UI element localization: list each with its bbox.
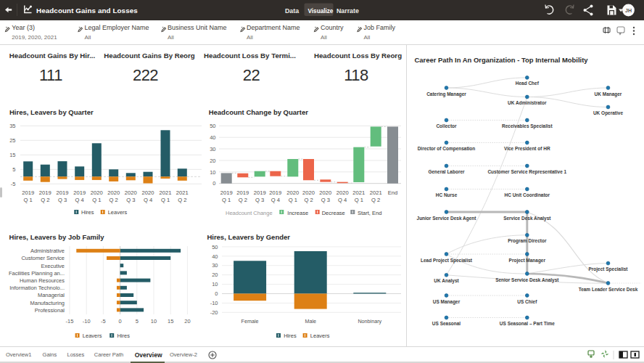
svg-text:Career Path In An Organization: Career Path In An Organization - Top Int… <box>415 56 589 64</box>
svg-text:20: 20 <box>184 318 190 325</box>
svg-text:UK Administrator: UK Administrator <box>508 99 546 106</box>
svg-text:Q 1: Q 1 <box>161 197 170 203</box>
svg-text:22: 22 <box>243 66 260 84</box>
svg-text:2021: 2021 <box>370 189 382 196</box>
svg-text:Q 1: Q 1 <box>222 197 231 203</box>
svg-text:2021: 2021 <box>352 189 365 196</box>
svg-text:Start, End: Start, End <box>358 210 381 216</box>
svg-text:UK Operative: UK Operative <box>593 110 624 116</box>
svg-text:2019: 2019 <box>254 189 266 196</box>
svg-text:0: 0 <box>119 318 122 325</box>
svg-text:5: 5 <box>12 166 15 173</box>
svg-text:Program Director: Program Director <box>508 237 546 244</box>
svg-text:Leavers: Leavers <box>310 333 330 339</box>
svg-text:2019: 2019 <box>73 189 86 196</box>
svg-text:Vice President of HR: Vice President of HR <box>504 145 550 152</box>
svg-text:Information Technolo...: Information Technolo... <box>9 285 65 291</box>
svg-text:Headcount Loss By Reorg: Headcount Loss By Reorg <box>314 52 402 60</box>
svg-text:2019: 2019 <box>269 189 281 196</box>
svg-text:Q 1: Q 1 <box>355 197 363 203</box>
svg-text:Service Desk Analyst: Service Desk Analyst <box>503 215 551 221</box>
svg-text:Head Chef: Head Chef <box>516 80 539 86</box>
svg-text:Lead Project Specialist: Lead Project Specialist <box>421 257 472 264</box>
svg-text:2020: 2020 <box>142 189 154 196</box>
svg-text:Receivables Specialist: Receivables Specialist <box>502 123 553 129</box>
svg-text:50: 50 <box>212 244 218 250</box>
svg-text:Q 2: Q 2 <box>304 197 313 203</box>
svg-text:End: End <box>388 189 398 196</box>
svg-text:Leavers: Leavers <box>108 209 128 216</box>
svg-text:Headcount Gains By Reorg: Headcount Gains By Reorg <box>104 52 195 60</box>
svg-text:US Seasonal: US Seasonal <box>432 320 461 327</box>
svg-text:Headcount Loss By Termi...: Headcount Loss By Termi... <box>204 52 296 60</box>
svg-text:Hires, Leavers by Job Family: Hires, Leavers by Job Family <box>9 233 105 241</box>
svg-text:Narrate: Narrate <box>337 7 359 15</box>
svg-text:Senior Service Desk Analyst: Senior Service Desk Analyst <box>495 277 559 283</box>
svg-text:Catering Manager: Catering Manager <box>426 91 466 97</box>
svg-text:Managerial: Managerial <box>38 292 65 298</box>
svg-text:Hires: Hires <box>117 333 130 339</box>
svg-text:Q 2: Q 2 <box>178 197 186 203</box>
svg-text:2020: 2020 <box>319 189 331 196</box>
svg-text:50: 50 <box>210 123 215 129</box>
svg-text:Q 2: Q 2 <box>371 197 380 203</box>
svg-text:Hires, Leavers by Gender: Hires, Leavers by Gender <box>207 233 290 241</box>
svg-text:2021: 2021 <box>176 189 189 196</box>
svg-text:Q 4: Q 4 <box>144 197 152 203</box>
svg-text:Headcount Change by Quarter: Headcount Change by Quarter <box>209 108 309 116</box>
svg-text:Collector: Collector <box>436 123 456 129</box>
svg-text:222: 222 <box>133 66 158 84</box>
svg-text:2019: 2019 <box>236 189 249 196</box>
svg-text:2020: 2020 <box>107 189 120 196</box>
svg-text:Facilities Planning an...: Facilities Planning an... <box>9 270 65 277</box>
svg-text:Q 4: Q 4 <box>338 197 347 203</box>
svg-text:Professional: Professional <box>35 307 65 314</box>
svg-text:2019: 2019 <box>220 189 233 196</box>
svg-text:30: 30 <box>210 146 215 152</box>
svg-text:30: 30 <box>212 262 218 269</box>
svg-text:Administrative: Administrative <box>30 248 65 254</box>
svg-text:10: 10 <box>212 281 218 287</box>
svg-text:2019: 2019 <box>57 189 69 196</box>
svg-text:2020: 2020 <box>286 189 299 196</box>
svg-text:15: 15 <box>9 152 15 158</box>
svg-text:Q 3: Q 3 <box>58 197 67 203</box>
svg-text:Nonbinary: Nonbinary <box>358 318 381 325</box>
svg-text:111: 111 <box>39 66 62 84</box>
svg-text:118: 118 <box>344 66 368 84</box>
svg-text:40: 40 <box>210 134 215 141</box>
svg-text:Team Leader Service Desk: Team Leader Service Desk <box>579 286 638 293</box>
svg-text:-20: -20 <box>210 309 218 316</box>
svg-text:2021: 2021 <box>160 189 172 196</box>
svg-text:2019: 2019 <box>39 189 51 196</box>
svg-text:Junior Service Desk Agent: Junior Service Desk Agent <box>417 215 476 221</box>
svg-text:Human Resources: Human Resources <box>20 277 65 284</box>
svg-text:Q 4: Q 4 <box>75 197 84 203</box>
svg-text:-10: -10 <box>83 318 91 325</box>
svg-text:Q 3: Q 3 <box>321 197 330 203</box>
svg-text:2020: 2020 <box>125 189 137 196</box>
svg-text:Headcount Gains and Losses: Headcount Gains and Losses <box>36 7 138 15</box>
svg-text:Project Manager: Project Manager <box>509 257 545 264</box>
svg-text:Hires: Hires <box>284 333 297 339</box>
svg-text:Q 2: Q 2 <box>110 197 118 203</box>
svg-text:20: 20 <box>212 272 218 278</box>
svg-text:Director of Compensation: Director of Compensation <box>418 145 476 152</box>
svg-text:25: 25 <box>9 137 15 144</box>
svg-text:5: 5 <box>136 318 139 325</box>
svg-text:Q 1: Q 1 <box>24 197 33 203</box>
svg-text:HC Unit Coordinator: HC Unit Coordinator <box>505 192 550 198</box>
svg-text:-5: -5 <box>101 318 106 325</box>
svg-text:HC Nurse: HC Nurse <box>436 192 458 198</box>
svg-text:10: 10 <box>151 318 157 325</box>
svg-text:Executive: Executive <box>41 263 65 269</box>
svg-text:-10: -10 <box>210 300 218 306</box>
svg-text:15: 15 <box>168 318 173 325</box>
svg-text:Hires: Hires <box>81 209 94 216</box>
svg-text:Q 2: Q 2 <box>239 197 247 203</box>
svg-text:10: 10 <box>210 169 215 176</box>
svg-text:2019: 2019 <box>22 189 34 196</box>
svg-text:US Manager: US Manager <box>433 298 460 305</box>
svg-text:Leavers: Leavers <box>83 333 102 339</box>
svg-text:35: 35 <box>9 123 15 129</box>
